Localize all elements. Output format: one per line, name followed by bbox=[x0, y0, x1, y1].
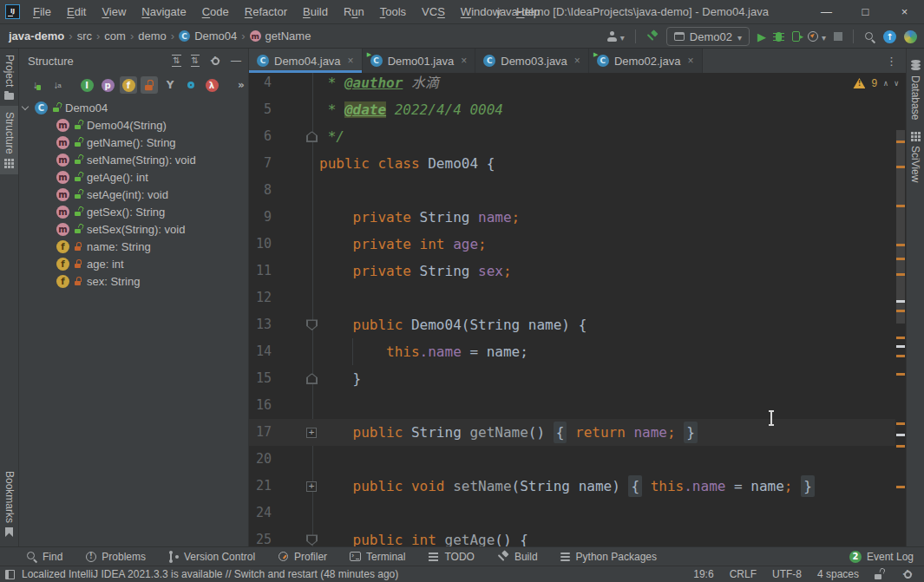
fold-marker-icon[interactable] bbox=[306, 373, 318, 384]
structure-filter-show-non-public[interactable] bbox=[141, 76, 158, 94]
run-configuration-select[interactable]: Demo02 bbox=[666, 27, 750, 46]
maximize-button[interactable]: □ bbox=[846, 0, 885, 24]
file-encoding[interactable]: UTF-8 bbox=[772, 568, 802, 580]
indent-style[interactable]: 4 spaces bbox=[817, 568, 859, 580]
breadcrumb-item[interactable]: getName bbox=[265, 29, 311, 43]
structure-tree-item[interactable]: name: String bbox=[19, 238, 248, 255]
code-line[interactable]: 16 bbox=[249, 392, 895, 419]
toolwindow-button-profiler[interactable]: Profiler bbox=[278, 551, 327, 563]
toolwindow-button-todo[interactable]: TODO bbox=[428, 551, 474, 563]
tab-options-icon[interactable]: ⋮ bbox=[877, 55, 906, 68]
expand-all-icon[interactable]: ⇅ bbox=[172, 55, 180, 67]
fold-marker-icon[interactable]: + bbox=[306, 428, 317, 438]
code-line[interactable]: 11 private String sex; bbox=[249, 258, 895, 284]
build-hammer-icon[interactable] bbox=[646, 30, 659, 43]
breadcrumb-item[interactable]: demo bbox=[138, 29, 167, 43]
code-line[interactable]: 12 bbox=[249, 284, 895, 311]
run-button[interactable]: ▶ bbox=[757, 30, 766, 43]
toolwindow-toggle-icon[interactable] bbox=[5, 570, 15, 579]
close-button[interactable]: × bbox=[885, 0, 924, 24]
structure-filter-sort-alphabetically[interactable]: ↓a bbox=[49, 76, 66, 94]
menu-edit[interactable]: Edit bbox=[59, 0, 94, 24]
profiler-button[interactable] bbox=[808, 29, 826, 44]
fold-marker-icon[interactable] bbox=[306, 534, 318, 546]
menu-vcs[interactable]: VCS bbox=[414, 0, 453, 24]
code-line[interactable]: 20 bbox=[249, 446, 895, 473]
tab-demo02.java[interactable]: Demo02.java bbox=[589, 49, 703, 73]
code-line[interactable]: 7public class Demo04 { bbox=[249, 150, 895, 177]
code-line[interactable]: 13 public Demo04(String name) { bbox=[249, 311, 895, 338]
structure-filter-show-fields[interactable]: f bbox=[120, 76, 137, 94]
status-message[interactable]: Localized IntelliJ IDEA 2021.3.3 is avai… bbox=[22, 568, 398, 580]
menu-refactor[interactable]: Refactor bbox=[237, 0, 295, 24]
code-editor[interactable]: 4 * @author 水滴5 * @date 2022/4/4 00046 *… bbox=[249, 73, 906, 546]
menu-view[interactable]: View bbox=[94, 0, 134, 24]
code-with-me-icon[interactable] bbox=[904, 30, 917, 43]
line-separator[interactable]: CRLF bbox=[730, 568, 757, 580]
structure-filter-show-inherited[interactable]: I bbox=[78, 76, 95, 94]
toolwindow-button-problems[interactable]: Problems bbox=[85, 551, 146, 563]
collapse-all-icon[interactable]: ⇅ bbox=[191, 55, 200, 67]
update-notification-button[interactable] bbox=[883, 30, 896, 43]
breadcrumb-item[interactable]: com bbox=[104, 29, 126, 43]
code-line[interactable]: 9 private String name; bbox=[249, 204, 895, 231]
menu-tools[interactable]: Tools bbox=[372, 0, 414, 24]
event-log-button[interactable]: 2 Event Log bbox=[849, 551, 914, 563]
structure-tree-item[interactable]: setAge(int): void bbox=[19, 186, 248, 203]
structure-tree-item[interactable]: age: int bbox=[19, 255, 248, 272]
breadcrumb-item[interactable]: java-demo bbox=[9, 29, 64, 43]
fold-marker-icon[interactable] bbox=[306, 319, 318, 330]
structure-tree-item[interactable]: Demo04(String) bbox=[19, 116, 248, 134]
structure-filter-show-anonymous-classes[interactable] bbox=[182, 76, 200, 94]
close-icon[interactable] bbox=[348, 55, 354, 67]
search-everywhere-button[interactable] bbox=[864, 31, 875, 43]
tool-stripe-structure[interactable]: Structure bbox=[0, 106, 18, 174]
fold-marker-icon[interactable]: + bbox=[306, 481, 317, 492]
close-icon[interactable] bbox=[461, 55, 467, 67]
tab-demo04.java[interactable]: Demo04.java bbox=[249, 49, 363, 73]
tab-demo03.java[interactable]: Demo03.java bbox=[475, 49, 589, 73]
stop-button[interactable] bbox=[834, 32, 842, 41]
menu-file[interactable]: File bbox=[25, 0, 59, 24]
profile-button[interactable] bbox=[606, 29, 625, 44]
chevron-down-icon[interactable]: ∨ bbox=[895, 79, 899, 88]
minimize-button[interactable]: — bbox=[807, 0, 846, 24]
structure-filter-sort-by-visibility[interactable]: ↓ bbox=[28, 76, 45, 94]
menu-build[interactable]: Build bbox=[295, 0, 336, 24]
menu-code[interactable]: Code bbox=[194, 0, 237, 24]
chevron-up-icon[interactable]: ∧ bbox=[883, 79, 888, 88]
run-with-coverage-button[interactable] bbox=[792, 31, 800, 42]
tool-stripe-bookmarks[interactable]: Bookmarks bbox=[0, 465, 18, 543]
settings-icon[interactable] bbox=[209, 55, 221, 67]
fold-marker-icon[interactable] bbox=[306, 131, 318, 142]
unlock-icon[interactable] bbox=[875, 569, 886, 579]
structure-tree-item[interactable]: sex: String bbox=[19, 272, 248, 290]
structure-tree-item[interactable]: getName(): String bbox=[19, 134, 248, 151]
structure-filter-group-by-hierarchy[interactable]: Y bbox=[161, 76, 179, 94]
toolwindow-button-python-packages[interactable]: Python Packages bbox=[560, 551, 657, 563]
structure-filter-show-properties[interactable]: p bbox=[99, 76, 116, 94]
code-line[interactable]: 15 } bbox=[249, 365, 895, 392]
code-line[interactable]: 8 bbox=[249, 177, 895, 204]
tool-stripe-sciview[interactable]: SciView bbox=[907, 126, 924, 188]
code-line[interactable]: 4 * @author 水滴 bbox=[249, 73, 895, 96]
menu-run[interactable]: Run bbox=[336, 0, 372, 24]
code-line[interactable]: 17+ public String getName() { return nam… bbox=[249, 419, 895, 446]
menu-navigate[interactable]: Navigate bbox=[134, 0, 193, 24]
toolwindow-button-version-control[interactable]: Version Control bbox=[168, 551, 255, 563]
inspections-widget[interactable]: 9 ∧ ∨ bbox=[853, 77, 899, 89]
structure-tree-item[interactable]: getSex(): String bbox=[19, 203, 248, 220]
breadcrumb-item[interactable]: Demo04 bbox=[194, 29, 237, 43]
tool-stripe-database[interactable]: Database bbox=[907, 54, 924, 126]
structure-filter-more-filters[interactable]: » bbox=[233, 76, 250, 94]
structure-filter-show-lambdas[interactable]: λ bbox=[203, 76, 220, 94]
debug-button[interactable] bbox=[774, 31, 784, 42]
code-line[interactable]: 10 private int age; bbox=[249, 231, 895, 258]
close-icon[interactable] bbox=[687, 55, 693, 67]
caret-position[interactable]: 19:6 bbox=[693, 568, 713, 580]
chevron-down-icon[interactable] bbox=[22, 103, 29, 110]
close-icon[interactable] bbox=[574, 55, 580, 67]
code-line[interactable]: 24 bbox=[249, 500, 895, 526]
code-line[interactable]: 5 * @date 2022/4/4 0004 bbox=[249, 96, 895, 123]
hide-icon[interactable]: — bbox=[231, 56, 241, 65]
